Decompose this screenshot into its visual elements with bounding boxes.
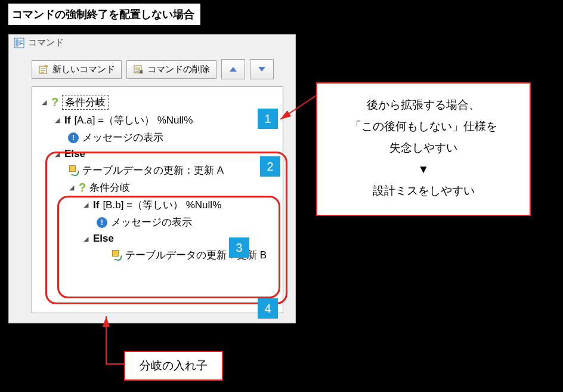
connector-nest (0, 0, 563, 392)
